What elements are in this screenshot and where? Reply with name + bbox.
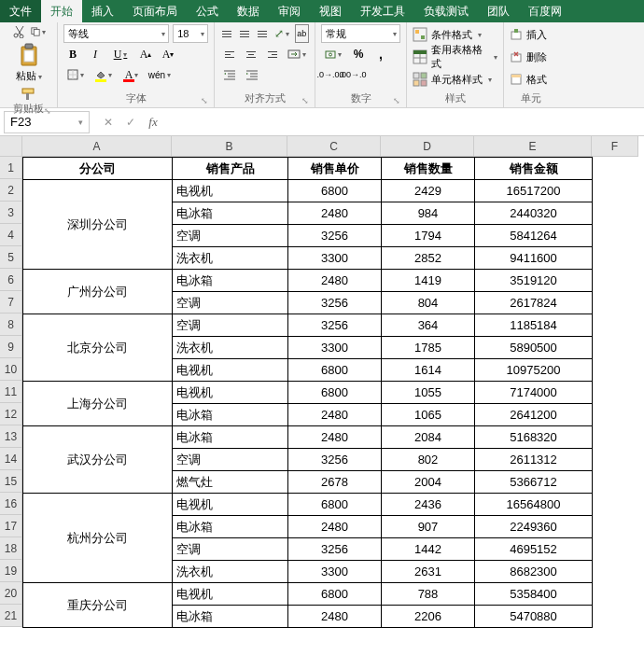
border-button[interactable] xyxy=(63,65,88,84)
fill-color-button[interactable] xyxy=(91,65,116,84)
cell[interactable] xyxy=(593,202,639,225)
align-right-icon[interactable] xyxy=(264,45,282,63)
cell[interactable]: 电冰箱 xyxy=(173,516,288,538)
cell[interactable] xyxy=(593,583,639,606)
row-header-6[interactable]: 6 xyxy=(0,269,22,291)
cell[interactable]: 1185184 xyxy=(475,314,593,337)
cell[interactable]: 3519120 xyxy=(475,270,593,292)
cell[interactable]: 洗衣机 xyxy=(173,337,288,359)
row-header-5[interactable]: 5 xyxy=(0,246,22,269)
row-header-19[interactable]: 19 xyxy=(0,560,22,582)
cell[interactable]: 燃气灶 xyxy=(173,471,288,494)
accounting-format-icon[interactable] xyxy=(321,45,345,63)
paste-button[interactable]: 粘贴 xyxy=(16,43,42,83)
italic-button[interactable]: I xyxy=(86,45,105,63)
align-top-icon[interactable] xyxy=(220,24,234,43)
cell[interactable] xyxy=(593,158,639,180)
cell[interactable]: 6800 xyxy=(288,180,382,202)
cell[interactable]: 16564800 xyxy=(475,494,593,516)
cell[interactable]: 2641200 xyxy=(475,404,593,426)
decrease-decimal-icon[interactable]: .00→.0 xyxy=(343,65,362,84)
cell[interactable]: 6800 xyxy=(288,382,382,404)
align-left-icon[interactable] xyxy=(220,45,238,63)
cell[interactable]: 空调 xyxy=(173,449,288,471)
cell[interactable]: 907 xyxy=(382,516,475,538)
cell[interactable]: 电冰箱 xyxy=(173,404,288,426)
clipboard-launcher-icon[interactable]: ⤡ xyxy=(44,106,51,116)
row-header-16[interactable]: 16 xyxy=(0,493,22,515)
align-middle-icon[interactable] xyxy=(238,24,252,43)
cell[interactable]: 电视机 xyxy=(173,180,288,202)
copy-icon[interactable] xyxy=(31,24,46,39)
row-header-20[interactable]: 20 xyxy=(0,582,22,605)
cell[interactable]: 电视机 xyxy=(173,494,288,516)
cell[interactable]: 6800 xyxy=(288,583,382,606)
cell[interactable]: 电视机 xyxy=(173,382,288,404)
cell[interactable]: 电冰箱 xyxy=(173,270,288,292)
cell[interactable]: 分公司 xyxy=(23,158,173,180)
col-header-A[interactable]: A xyxy=(22,136,172,157)
cell[interactable]: 销售数量 xyxy=(382,158,475,180)
cell[interactable]: 电视机 xyxy=(173,583,288,606)
orientation-icon[interactable]: ⤢ xyxy=(273,24,290,43)
cell[interactable]: 电冰箱 xyxy=(173,606,288,628)
cell[interactable]: 2084 xyxy=(382,426,475,449)
cell[interactable]: 空调 xyxy=(173,225,288,247)
font-color-button[interactable]: A xyxy=(119,65,144,84)
cell[interactable]: 北京分公司 xyxy=(23,314,173,382)
cell[interactable]: 2611312 xyxy=(475,449,593,471)
cell[interactable]: 1614 xyxy=(382,359,475,382)
cell[interactable]: 电冰箱 xyxy=(173,202,288,225)
cell[interactable] xyxy=(593,516,639,538)
cell[interactable]: 杭州分公司 xyxy=(23,494,173,583)
cell[interactable]: 7174000 xyxy=(475,382,593,404)
menu-tab-6[interactable]: 视图 xyxy=(310,0,351,22)
font-size-combo[interactable]: 18 xyxy=(173,24,208,43)
cell[interactable]: 2436 xyxy=(382,494,475,516)
cell[interactable] xyxy=(593,314,639,337)
cell[interactable]: 2480 xyxy=(288,606,382,628)
cell[interactable]: 上海分公司 xyxy=(23,382,173,426)
indent-decrease-icon[interactable] xyxy=(220,65,239,84)
comma-icon[interactable]: , xyxy=(371,45,390,63)
cell[interactable] xyxy=(593,337,639,359)
cell[interactable]: 电冰箱 xyxy=(173,426,288,449)
cell[interactable]: 802 xyxy=(382,449,475,471)
col-header-B[interactable]: B xyxy=(172,136,287,157)
menu-tab-5[interactable]: 审阅 xyxy=(269,0,310,22)
format-painter-icon[interactable] xyxy=(21,87,36,102)
menu-tab-4[interactable]: 数据 xyxy=(228,0,269,22)
col-header-F[interactable]: F xyxy=(592,136,638,157)
row-header-11[interactable]: 11 xyxy=(0,381,22,403)
cell[interactable]: 3300 xyxy=(288,337,382,359)
font-decrease-icon[interactable]: A▾ xyxy=(159,45,177,63)
cell[interactable]: 1055 xyxy=(382,382,475,404)
cell[interactable]: 销售金额 xyxy=(475,158,593,180)
cell[interactable]: 空调 xyxy=(173,538,288,561)
formula-input[interactable] xyxy=(164,111,644,133)
menu-tab-7[interactable]: 开发工具 xyxy=(351,0,414,22)
cell[interactable]: 1442 xyxy=(382,538,475,561)
cell[interactable]: 广州分公司 xyxy=(23,270,173,314)
format-cells-button[interactable]: 格式 xyxy=(510,69,553,90)
cell[interactable]: 1419 xyxy=(382,270,475,292)
cell[interactable]: 9411600 xyxy=(475,247,593,270)
enter-formula-icon[interactable]: ✓ xyxy=(119,111,142,133)
cell[interactable] xyxy=(593,404,639,426)
row-header-17[interactable]: 17 xyxy=(0,515,22,537)
cell[interactable]: 2480 xyxy=(288,270,382,292)
cell[interactable]: 2852 xyxy=(382,247,475,270)
cell[interactable] xyxy=(593,270,639,292)
cell[interactable]: 2480 xyxy=(288,426,382,449)
row-header-9[interactable]: 9 xyxy=(0,336,22,358)
menu-tab-8[interactable]: 负载测试 xyxy=(414,0,478,22)
cell[interactable]: 4695152 xyxy=(475,538,593,561)
cell[interactable]: 804 xyxy=(382,292,475,314)
cell[interactable]: 2480 xyxy=(288,404,382,426)
cell[interactable]: 8682300 xyxy=(475,561,593,583)
cell[interactable]: 销售产品 xyxy=(173,158,288,180)
cell[interactable]: 10975200 xyxy=(475,359,593,382)
cell[interactable]: 5168320 xyxy=(475,426,593,449)
cell[interactable] xyxy=(593,180,639,202)
cell[interactable]: 984 xyxy=(382,202,475,225)
